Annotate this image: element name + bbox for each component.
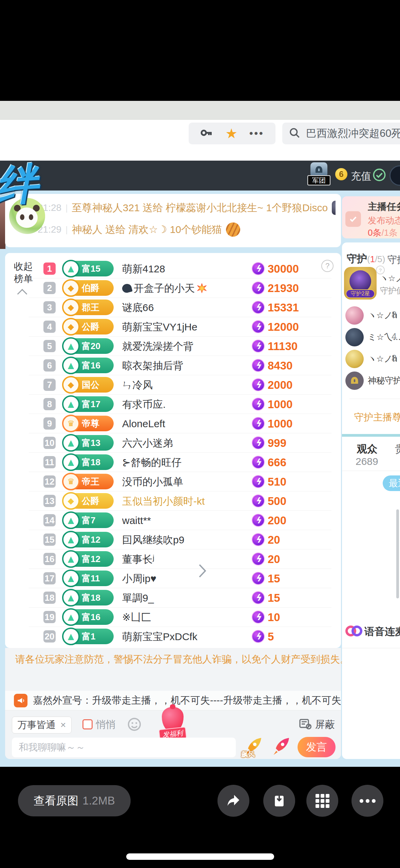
quiet-mode-checkbox[interactable]	[82, 719, 93, 729]
recharge-button[interactable]: 充值	[351, 169, 371, 183]
rank-list-row[interactable]: 5富20▲就爱洗澡搓个背ϟ11130	[5, 337, 341, 356]
rank-number: 4	[43, 321, 56, 333]
gift-value: 12000	[268, 317, 299, 337]
rocket-gift-button[interactable]	[270, 735, 295, 759]
lightning-coin-icon: ϟ	[252, 417, 265, 430]
rank-list-row[interactable]: 9帝尊♛AloneLeftϟ1000	[5, 414, 341, 433]
guard-list-item[interactable]: ミ☆乀…4	[342, 327, 400, 348]
recent-filter-pill[interactable]: 最近	[383, 475, 400, 491]
username[interactable]: 没币的小孤单	[122, 472, 183, 491]
panda-eye	[20, 214, 24, 220]
username[interactable]: 萌新宝宝VY1jHe	[122, 317, 197, 337]
rank-list-row[interactable]: 8富17▲有求币应.ϟ1000	[5, 395, 341, 414]
fan-medal-chip[interactable]: 万事皆通 ×	[12, 717, 72, 734]
username[interactable]: ㄣ冷风ゞ	[122, 375, 163, 395]
grid-apps-button[interactable]	[306, 785, 338, 817]
rank-list-row[interactable]: 1富15▲萌新4128ϟ30000	[5, 259, 341, 278]
badge-medal-icon: ◆	[62, 318, 80, 336]
voice-link-row[interactable]: 语音连麦	[342, 623, 400, 645]
rank-list-row[interactable]: 14富7▲waitt**ϟ200	[5, 511, 341, 530]
speed-rocket-button[interactable]: 飙风	[243, 735, 267, 759]
gift-message-panel: 21:28|至尊神秘人321 送给 柠檬蕊谢小北北接生~ 1个野狼Disco21…	[5, 194, 341, 247]
user-level-badge: 富18▲	[63, 454, 114, 470]
username[interactable]: 就爱洗澡搓个背	[122, 337, 193, 356]
chat-input[interactable]	[12, 738, 236, 757]
rank-list-row[interactable]: 10富13▲六六小迷弟ϟ999	[5, 433, 341, 453]
username-text: 谜底66	[122, 298, 154, 317]
username[interactable]: 六六小迷弟	[122, 433, 173, 453]
lightning-coin-icon: ϟ	[252, 611, 265, 623]
rank-list-row[interactable]: 20富1▲萌新宝宝PxDCfkϟ5	[5, 627, 341, 646]
username[interactable]: 囙风继续吹p9	[122, 530, 184, 549]
browser-menu-icon[interactable]: •••	[249, 128, 264, 139]
more-options-button[interactable]	[351, 785, 383, 817]
guard-list-item[interactable]: 神秘守护	[342, 370, 400, 392]
view-original-button[interactable]: 查看原图 1.2MB	[18, 785, 131, 816]
legion-badge[interactable]: 军团	[306, 162, 332, 185]
badge-medal-icon: ▲	[62, 608, 80, 626]
username[interactable]: 小周ip♥	[122, 569, 156, 588]
background-art-text: 绊	[0, 156, 40, 215]
scrollbar[interactable]	[396, 509, 399, 598]
username[interactable]: 玉似当初小颜时-kt	[122, 491, 205, 511]
coin-icon[interactable]: 6	[335, 168, 347, 180]
username-text: 萌新4128	[122, 259, 165, 278]
username[interactable]: ※凵匚	[122, 608, 151, 627]
share-button[interactable]	[217, 785, 249, 817]
user-level-badge: 富16▲	[63, 358, 114, 373]
username[interactable]: ⊱舒畅的旺仔	[122, 453, 182, 472]
guard-list-item[interactable]: 守护2星?ヽ☆ノhヽ 惊守护值25	[342, 265, 400, 305]
rank-list-row[interactable]: 17富11▲小周ip♥ϟ15	[5, 569, 341, 588]
username[interactable]: waitt**	[122, 511, 151, 530]
rank-list-row[interactable]: 12帝王♛没币的小孤单ϟ510	[5, 472, 341, 491]
home-indicator[interactable]	[126, 853, 274, 860]
browser-actions-group: ★ •••	[189, 123, 275, 144]
emoji-picker-icon[interactable]	[127, 717, 142, 734]
divider: |	[65, 224, 68, 235]
username[interactable]: 谜底66	[122, 298, 154, 317]
guard-privilege-link[interactable]: 守护主播尊享	[354, 411, 400, 424]
key-icon[interactable]	[200, 126, 213, 141]
rank-list-row[interactable]: 15富12▲囙风继续吹p9ϟ20	[5, 530, 341, 549]
bookmark-star-icon[interactable]: ★	[225, 127, 237, 140]
rank-list-row[interactable]: 16富12▲董事长ʲϟ20	[5, 549, 341, 569]
close-icon[interactable]: ×	[60, 720, 66, 730]
username[interactable]: 萌新宝宝PxDCfk	[122, 627, 197, 646]
username[interactable]: 晾衣架抽后背	[122, 356, 183, 375]
username[interactable]: 董事长ʲ	[122, 549, 154, 569]
rank-list-row[interactable]: 18富18▲單調9_ϟ15	[5, 588, 341, 608]
username[interactable]: AloneLeft	[122, 414, 165, 433]
tab-audience[interactable]: 观众	[357, 442, 377, 456]
username[interactable]: 單調9_	[122, 588, 154, 608]
rank-list-row[interactable]: 19富16▲※凵匚ϟ10	[5, 608, 341, 627]
rank-list-row[interactable]: 11富18▲⊱舒畅的旺仔ϟ666	[5, 453, 341, 472]
username[interactable]: 有求币应.	[122, 395, 166, 414]
username[interactable]: 开盒子的小天	[122, 278, 207, 298]
host-task-panel[interactable]: 主播任务 发布动态 0条/1条	[342, 196, 400, 238]
verified-check-icon[interactable]	[373, 168, 386, 183]
block-danmu-button[interactable]: 屏蔽	[298, 717, 335, 732]
badge-medal-icon: ♛	[62, 473, 80, 490]
guard-list-item[interactable]: ヽ☆ノhヽ …8	[342, 305, 400, 327]
download-button[interactable]	[263, 785, 295, 817]
rank-list-row[interactable]: 6富16▲晾衣架抽后背ϟ8430	[5, 356, 341, 375]
rank-list-row[interactable]: 7国公◆ㄣ冷风ゞϟ2000	[5, 375, 341, 395]
chevron-right-icon[interactable]	[198, 563, 207, 580]
rank-list-row[interactable]: 2伯爵◆开盒子的小天ϟ21930	[5, 278, 341, 298]
rank-number: 13	[43, 495, 56, 507]
rank-list-row[interactable]: 3郡王◆谜底66ϟ15331	[5, 298, 341, 317]
lightning-coin-icon: ϟ	[252, 456, 265, 469]
send-button[interactable]: 发言	[298, 737, 336, 757]
guard-list-item[interactable]: ヽ☆ノhヽ …8	[342, 348, 400, 370]
username[interactable]: 萌新4128	[122, 259, 165, 278]
block-icon	[298, 717, 312, 732]
user-avatar[interactable]	[389, 165, 400, 186]
rank-list-row[interactable]: 13公爵◆玉似当初小颜时-ktϟ500	[5, 491, 341, 511]
username-text: 六六小迷弟	[122, 433, 173, 453]
tab-vip[interactable]: 贵宾	[395, 442, 400, 456]
divider	[342, 471, 400, 471]
search-bar[interactable]: 巴西激烈冲突超60死	[282, 123, 400, 144]
username-text: ⊱舒畅的旺仔	[122, 453, 182, 472]
rank-list-row[interactable]: 4公爵◆萌新宝宝VY1jHeϟ12000	[5, 317, 341, 337]
task-item-label: 发布动态	[368, 215, 400, 227]
